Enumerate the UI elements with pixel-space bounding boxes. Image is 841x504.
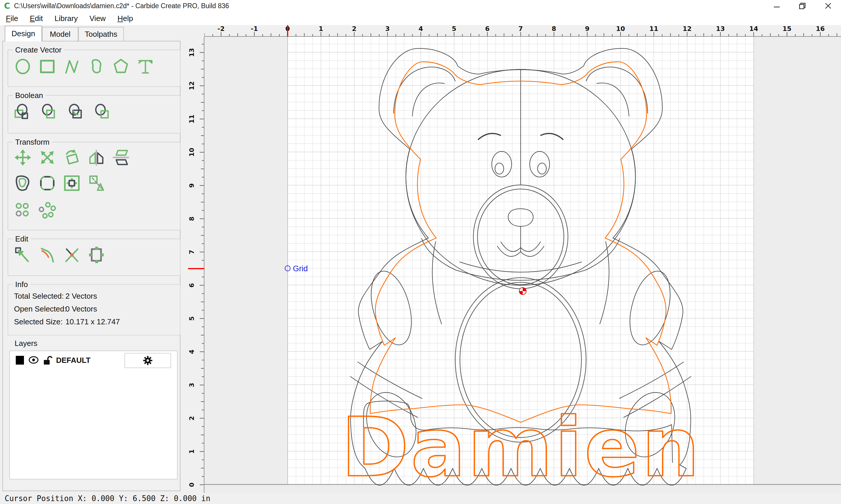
transform-tools-row1 (13, 148, 131, 167)
node-edit-tool-button[interactable] (13, 246, 33, 264)
svg-text:10: 10 (616, 25, 625, 32)
mirror-h-tool-button[interactable] (86, 148, 106, 167)
group-layers: Layers DEFAULT (7, 344, 179, 481)
tab-model[interactable]: Model (42, 27, 78, 41)
mirror-v-tool-button[interactable] (111, 148, 131, 167)
group-title: Boolean (13, 91, 45, 100)
layers-list: DEFAULT (9, 350, 177, 480)
menu-item-file[interactable]: File (0, 12, 24, 25)
svg-text:2: 2 (352, 25, 356, 32)
move-tool-button[interactable] (13, 148, 33, 167)
info-value: 2 Vectors (65, 292, 97, 301)
distribute-tool-button[interactable] (37, 201, 57, 219)
menu-item-edit[interactable]: Edit (24, 12, 49, 25)
minimize-button[interactable] (764, 0, 790, 12)
svg-text:7: 7 (518, 25, 523, 32)
scale-tool-button[interactable] (37, 148, 57, 167)
design-canvas[interactable]: DamienGrid (204, 37, 841, 493)
fair-curve-tool-button[interactable] (37, 246, 57, 264)
svg-text:3: 3 (385, 25, 390, 32)
layer-row-default[interactable]: DEFAULT (10, 351, 177, 369)
transform-tools-row3 (13, 201, 57, 219)
svg-text:12: 12 (683, 25, 692, 32)
edit-tools (13, 246, 106, 264)
transform-tools-row2 (13, 174, 106, 193)
close-icon (825, 2, 832, 9)
cursor-position-readout: Cursor Position X: 0.000 Y: 6.500 Z: 0.0… (5, 494, 210, 503)
restore-icon (799, 2, 806, 9)
layer-name: DEFAULT (56, 356, 90, 364)
offset-tool-button[interactable] (13, 174, 33, 193)
layer-unlocked-icon[interactable] (43, 355, 53, 365)
status-bar: Cursor Position X: 0.000 Y: 6.500 Z: 0.0… (0, 493, 841, 504)
group-title: Edit (13, 234, 31, 243)
rect-tool-button[interactable] (37, 57, 57, 76)
fillet-tool-button[interactable] (37, 174, 57, 193)
svg-text:10: 10 (188, 148, 195, 157)
layer-settings-button[interactable] (124, 353, 171, 368)
group-boolean: Boolean (7, 95, 181, 133)
svg-text:13: 13 (188, 48, 195, 57)
menu-item-library[interactable]: Library (49, 12, 84, 25)
inset-tool-button[interactable] (62, 174, 82, 193)
handles-tool-button[interactable] (86, 246, 106, 264)
info-value: 0 Vectors (65, 305, 97, 313)
svg-text:15: 15 (783, 25, 792, 32)
align-tool-button[interactable] (13, 201, 33, 219)
gear-icon (142, 355, 153, 366)
ruler-vertical: 012345678910111213 (188, 37, 204, 493)
svg-text:Damien: Damien (341, 400, 701, 493)
trim-tool-button[interactable] (86, 174, 106, 193)
svg-text:0: 0 (188, 482, 195, 487)
ruler-horizontal: -2-1012345678910111213141516 (204, 25, 841, 37)
group-title: Info (13, 280, 30, 289)
svg-text:4: 4 (418, 25, 423, 32)
restore-button[interactable] (790, 0, 815, 12)
info-label: Open Selected: (14, 305, 66, 313)
minimize-icon (773, 2, 780, 9)
svg-text:6: 6 (485, 25, 490, 32)
break-tool-button[interactable] (62, 246, 82, 264)
svg-text:8: 8 (552, 25, 556, 32)
group-edit: Edit (7, 238, 181, 276)
svg-text:13: 13 (716, 25, 725, 32)
menu-item-view[interactable]: View (84, 12, 111, 25)
curve-tool-button[interactable] (86, 57, 106, 76)
circle-tool-button[interactable] (13, 57, 33, 76)
ruler-corner (188, 25, 205, 37)
design-tab-pane: Create Vector Boolean Transform Edit Inf… (2, 41, 181, 491)
svg-text:11: 11 (649, 25, 658, 32)
tab-toolpaths[interactable]: Toolpaths (78, 27, 124, 41)
svg-text:9: 9 (188, 183, 195, 187)
app-logo-icon: C (4, 1, 10, 11)
menu-item-help[interactable]: Help (111, 12, 139, 25)
svg-text:9: 9 (585, 25, 589, 32)
svg-text:8: 8 (188, 216, 195, 221)
bool-union-button[interactable] (13, 103, 33, 122)
svg-text:Grid: Grid (293, 264, 308, 273)
close-button[interactable] (815, 0, 841, 12)
bool-subtract-button[interactable] (40, 103, 59, 122)
bool-xor-button[interactable] (93, 103, 113, 122)
group-title: Transform (13, 138, 52, 146)
svg-text:4: 4 (188, 349, 195, 354)
text-tool-button[interactable] (136, 57, 155, 76)
tab-design[interactable]: Design (5, 26, 42, 41)
svg-text:2: 2 (188, 416, 195, 420)
svg-text:5: 5 (188, 316, 195, 321)
left-panel: Design Model Toolpaths Create Vector Boo… (0, 25, 188, 493)
polygon-tool-button[interactable] (111, 57, 131, 76)
title-bar: C C:\Users\willa\Downloads\damien.c2d* -… (0, 0, 841, 12)
svg-text:5: 5 (452, 25, 456, 32)
svg-text:14: 14 (749, 25, 758, 32)
bool-intersect-button[interactable] (67, 103, 86, 122)
polyline-tool-button[interactable] (62, 57, 82, 76)
layer-visibility-eye-icon[interactable] (29, 356, 38, 364)
layer-color-swatch[interactable] (16, 355, 24, 365)
group-title: Layers (12, 339, 40, 348)
create-vector-tools (13, 57, 155, 76)
info-total-selected: Total Selected: 2 Vectors (14, 292, 64, 301)
info-label: Total Selected: (14, 292, 64, 301)
svg-text:16: 16 (816, 25, 825, 32)
rotate-tool-button[interactable] (62, 148, 82, 167)
